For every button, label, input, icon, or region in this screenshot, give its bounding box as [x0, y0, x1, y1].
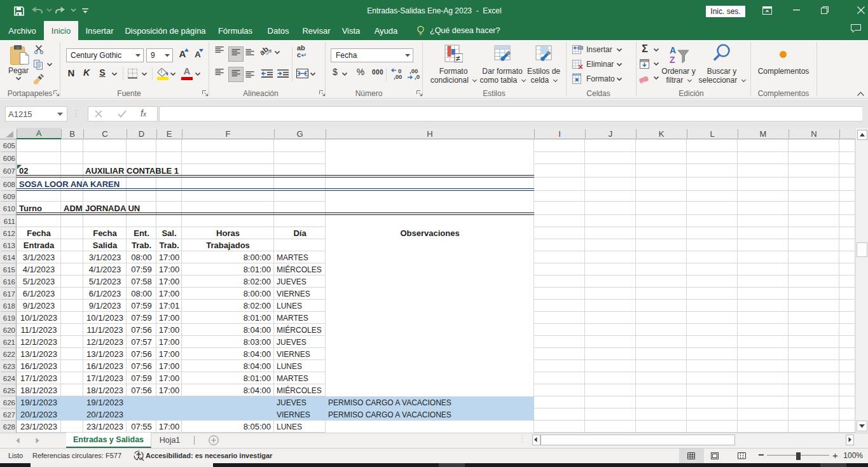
- svg-text:c: c: [297, 51, 301, 59]
- svg-text:ab: ab: [260, 45, 270, 57]
- svg-text:A: A: [670, 45, 676, 55]
- svg-text:≠: ≠: [456, 54, 460, 63]
- svg-text:,00: ,00: [394, 73, 402, 80]
- svg-text:Z: Z: [670, 55, 675, 64]
